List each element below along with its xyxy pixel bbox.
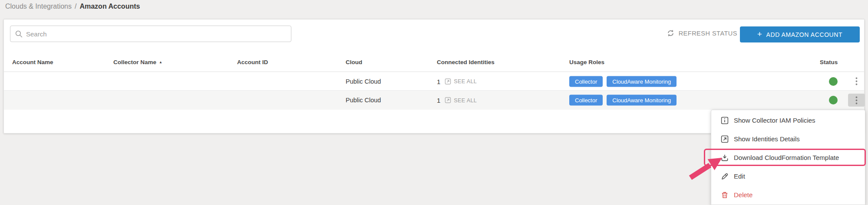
row-actions-kebab-button-active[interactable] — [848, 94, 865, 107]
table-row: Public Cloud 1 SEE ALL Collector CloudAw… — [4, 72, 864, 91]
breadcrumb-separator: / — [75, 3, 76, 10]
add-amazon-account-button[interactable]: + ADD AMAZON ACCOUNT — [740, 26, 860, 42]
cloud-value: Public Cloud — [346, 78, 381, 85]
row-actions-kebab-button[interactable] — [848, 75, 865, 88]
usage-role-badge: CloudAware Monitoring — [607, 95, 677, 106]
table-row: Public Cloud 1 SEE ALL Collector CloudAw… — [4, 91, 864, 110]
column-header-connected-identities[interactable]: Connected Identities — [437, 59, 495, 65]
menu-item-label: Show Identities Details — [734, 135, 800, 143]
menu-item-show-collector-iam-policies[interactable]: Show Collector IAM Policies — [711, 111, 865, 130]
download-icon — [721, 154, 729, 162]
column-header-account-name[interactable]: Account Name — [12, 59, 53, 65]
column-header-account-id[interactable]: Account ID — [237, 59, 268, 65]
row-actions-context-menu: Show Collector IAM Policies Show Identit… — [711, 110, 865, 205]
breadcrumb: Clouds & Integrations/Amazon Accounts — [5, 3, 140, 10]
see-all-link[interactable]: SEE ALL — [445, 78, 477, 85]
usage-role-badge: Collector — [569, 76, 603, 87]
info-icon — [721, 117, 729, 124]
external-link-icon — [445, 78, 451, 85]
breadcrumb-current: Amazon Accounts — [79, 3, 140, 10]
pencil-icon — [721, 172, 729, 180]
column-header-cloud[interactable]: Cloud — [346, 59, 362, 65]
add-amazon-account-label: ADD AMAZON ACCOUNT — [766, 31, 842, 38]
table-header-row: Account Name Collector Name▲ Account ID … — [4, 55, 864, 72]
see-all-label: SEE ALL — [454, 78, 477, 85]
kebab-menu-icon — [855, 77, 858, 85]
refresh-status-label: REFRESH STATUS — [679, 30, 737, 37]
identities-count: 1 — [437, 78, 440, 85]
refresh-icon — [667, 29, 675, 37]
menu-item-edit[interactable]: Edit — [711, 167, 865, 185]
menu-item-label: Edit — [734, 172, 745, 180]
menu-item-download-cloudformation-template[interactable]: Download CloudFormation Template — [711, 148, 865, 167]
plus-icon: + — [757, 29, 762, 39]
search-input[interactable] — [26, 30, 287, 38]
column-header-collector-name[interactable]: Collector Name▲ — [113, 59, 162, 65]
menu-item-label: Download CloudFormation Template — [734, 154, 839, 161]
usage-role-badge: CloudAware Monitoring — [607, 76, 677, 87]
external-link-icon — [721, 135, 729, 143]
menu-item-delete[interactable]: Delete — [711, 185, 865, 204]
menu-item-label: Delete — [734, 191, 752, 198]
see-all-link[interactable]: SEE ALL — [445, 97, 477, 104]
external-link-icon — [445, 97, 451, 104]
sort-asc-icon: ▲ — [159, 60, 162, 64]
search-icon — [15, 30, 23, 38]
trash-icon — [721, 191, 729, 199]
breadcrumb-parent[interactable]: Clouds & Integrations — [5, 3, 72, 10]
menu-item-label: Show Collector IAM Policies — [734, 117, 815, 124]
status-green-dot — [829, 77, 838, 86]
search-box[interactable] — [10, 26, 291, 42]
identities-count: 1 — [437, 97, 440, 104]
status-green-dot — [829, 96, 838, 104]
column-header-usage-roles[interactable]: Usage Roles — [569, 59, 604, 65]
menu-item-show-identities-details[interactable]: Show Identities Details — [711, 130, 865, 148]
see-all-label: SEE ALL — [454, 97, 477, 103]
kebab-menu-icon — [855, 96, 858, 104]
refresh-status-button[interactable]: REFRESH STATUS — [667, 29, 737, 37]
usage-role-badge: Collector — [569, 95, 603, 106]
cloud-value: Public Cloud — [346, 97, 381, 104]
column-header-status[interactable]: Status — [820, 59, 838, 65]
